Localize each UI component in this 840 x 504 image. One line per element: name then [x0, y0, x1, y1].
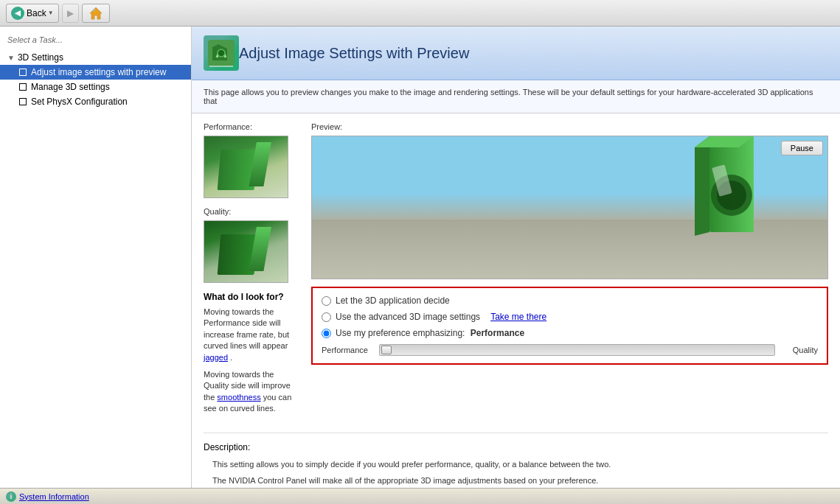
radio-advanced-3d[interactable] [322, 312, 331, 322]
what-text-2: Moving towards the Quality side will imp… [204, 369, 299, 415]
sidebar-group-label: 3D Settings [18, 52, 63, 63]
radio-let-3d-app-label: Let the 3D application decide [336, 295, 450, 306]
back-icon: ◀ [11, 7, 24, 20]
preview-3d-object [650, 136, 783, 249]
smoothness-link[interactable]: smoothness [217, 393, 260, 402]
sidebar-item-adjust-image-label: Adjust image settings with preview [31, 67, 166, 77]
sidebar-item-manage-3d-label: Manage 3D settings [31, 82, 110, 92]
what-text-1-end: . [230, 353, 232, 362]
sidebar-item-physx-label: Set PhysX Configuration [31, 97, 128, 107]
perf-thumb-shape [218, 150, 258, 190]
sidebar-item-adjust-image[interactable]: Adjust image settings with preview [0, 65, 191, 80]
what-text-1-main: Moving towards the Performance side will… [204, 307, 289, 350]
slider-row: Performance Quality [322, 344, 818, 356]
description-section: Description: This setting allows you to … [204, 433, 828, 488]
radio-my-preference-label: Use my preference emphasizing: Performan… [336, 328, 524, 338]
home-icon [88, 6, 103, 21]
radio-advanced-3d-label: Use the advanced 3D image settings [336, 312, 480, 322]
radio-let-3d-app[interactable] [322, 296, 331, 306]
two-column-layout: Performance: Quality: What do I look for… [204, 122, 828, 421]
back-button[interactable]: ◀ Back ▼ [6, 4, 59, 23]
back-label: Back [27, 8, 46, 18]
page-description: This page allows you to preview changes … [192, 80, 840, 113]
description-title: Description: [204, 442, 828, 452]
quality-thumbnail [204, 220, 288, 283]
description-text-2: The NVIDIA Control Panel will make all o… [212, 475, 828, 487]
status-icon: i [6, 491, 16, 502]
statusbar: i System Information [0, 488, 840, 504]
toolbar: ◀ Back ▼ ▶ [0, 0, 840, 27]
what-text-1: Moving towards the Performance side will… [204, 307, 299, 363]
pause-button[interactable]: Pause [781, 141, 823, 155]
perf-label: Performance: [204, 122, 299, 131]
what-title: What do I look for? [204, 292, 299, 302]
slider-quality-label: Quality [781, 346, 818, 354]
svg-point-3 [218, 49, 225, 57]
content-area: Adjust Image Settings with Preview This … [192, 27, 840, 488]
left-column: Performance: Quality: What do I look for… [204, 122, 299, 421]
expand-icon: ▼ [7, 54, 15, 62]
slider-perf-label: Performance [322, 346, 373, 354]
quality-label: Quality: [204, 207, 299, 216]
radio-row-1: Let the 3D application decide [322, 295, 818, 306]
main-layout: Select a Task... ▼ 3D Settings Adjust im… [0, 27, 840, 488]
svg-rect-1 [93, 9, 95, 11]
preview-area: Pause [311, 136, 828, 279]
sidebar: Select a Task... ▼ 3D Settings Adjust im… [0, 27, 192, 488]
slider-track[interactable] [379, 344, 775, 356]
slider-thumb[interactable] [381, 346, 392, 354]
radio-row-3: Use my preference emphasizing: Performan… [322, 328, 818, 338]
back-dropdown-arrow: ▼ [48, 10, 54, 16]
sidebar-group-3d-settings: ▼ 3D Settings Adjust image settings with… [0, 50, 191, 109]
sidebar-group-3d-settings-header[interactable]: ▼ 3D Settings [0, 50, 191, 65]
page-header: Adjust Image Settings with Preview [192, 27, 840, 80]
settings-box: Let the 3D application decide Use the ad… [311, 287, 828, 365]
preview-label: Preview: [311, 122, 828, 131]
content-body: Performance: Quality: What do I look for… [192, 113, 840, 488]
svg-marker-6 [695, 136, 709, 236]
what-section: What do I look for? Moving towards the P… [204, 292, 299, 415]
take-me-there-link[interactable]: Take me there [490, 312, 546, 322]
right-column: Preview: [311, 122, 828, 421]
description-text-1: This setting allows you to simply decide… [212, 458, 828, 471]
system-info-link[interactable]: System Information [19, 492, 89, 501]
emphasis-value: Performance [471, 328, 524, 338]
forward-icon: ▶ [67, 8, 74, 18]
qual-thumb-shape [218, 234, 258, 275]
forward-button[interactable]: ▶ [62, 4, 79, 23]
jagged-link[interactable]: jagged [204, 353, 228, 362]
sidebar-item-manage-3d[interactable]: Manage 3D settings [0, 80, 191, 94]
home-button[interactable] [82, 4, 110, 23]
sidebar-title: Select a Task... [0, 32, 191, 50]
nvidia-icon [204, 35, 239, 71]
svg-marker-0 [90, 7, 102, 19]
sidebar-item-physx[interactable]: Set PhysX Configuration [0, 94, 191, 109]
performance-thumbnail [204, 136, 288, 198]
radio-my-preference[interactable] [322, 329, 331, 338]
radio-row-2: Use the advanced 3D image settings Take … [322, 312, 818, 322]
page-title: Adjust Image Settings with Preview [239, 45, 469, 62]
